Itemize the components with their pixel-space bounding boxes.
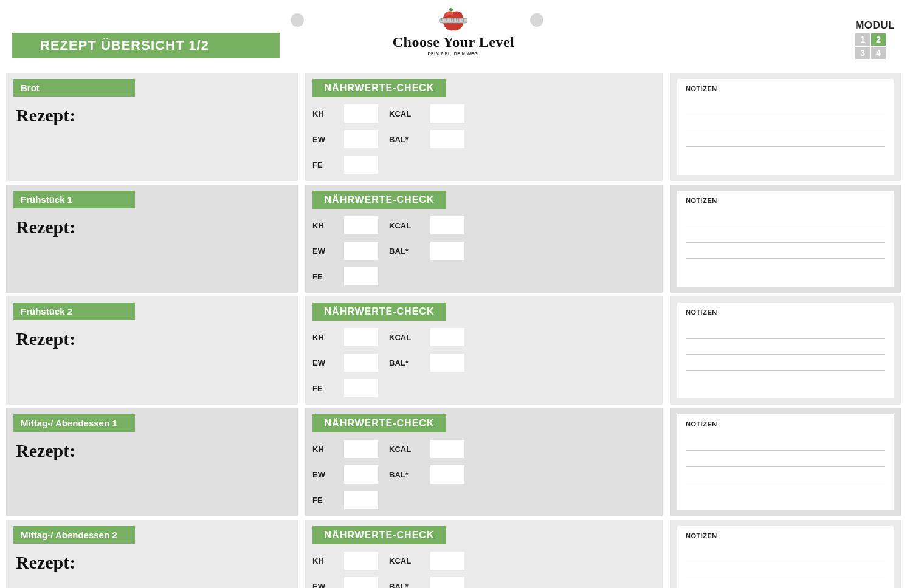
- nutrition-check-tag: NÄHRWERTE-CHECK: [312, 303, 446, 321]
- modul-cell-2: 2: [871, 33, 886, 46]
- meal-tag: Frühstück 2: [13, 303, 135, 320]
- rezept-label: Rezept:: [16, 329, 291, 349]
- ew-label: EW: [312, 582, 333, 589]
- notes-line: [686, 243, 885, 259]
- kcal-input[interactable]: [430, 440, 464, 458]
- meal-row: Frühstück 2Rezept:NÄHRWERTE-CHECKKHKCALE…: [6, 296, 901, 405]
- meal-tag: Frühstück 1: [13, 191, 135, 208]
- fe-input[interactable]: [344, 267, 378, 285]
- kh-label: KH: [312, 109, 333, 118]
- notes-column: NOTIZEN: [670, 73, 901, 181]
- notes-line: [686, 547, 885, 562]
- nutrition-column: NÄHRWERTE-CHECKKHKCALEWBAL*FE: [305, 73, 663, 181]
- svg-rect-0: [440, 18, 467, 23]
- meal-tag: Mittag-/ Abendessen 2: [13, 526, 135, 544]
- kcal-input[interactable]: [430, 328, 464, 346]
- kh-input[interactable]: [344, 216, 378, 234]
- nutrition-column: NÄHRWERTE-CHECKKHKCALEWBAL*FE: [305, 296, 663, 405]
- bal-label: BAL*: [389, 135, 419, 144]
- recipe-column: Mittag-/ Abendessen 1Rezept:: [6, 408, 298, 516]
- notes-line: [686, 115, 885, 131]
- bal-label: BAL*: [389, 358, 419, 368]
- notes-line: [686, 451, 885, 467]
- apple-tape-icon: [437, 6, 470, 33]
- kcal-input[interactable]: [430, 104, 464, 123]
- kh-label: KH: [312, 221, 333, 230]
- recipe-column: Mittag-/ Abendessen 2Rezept:: [6, 520, 298, 588]
- fe-input[interactable]: [344, 156, 378, 174]
- brand-name: Choose Your Level: [393, 34, 515, 50]
- fe-label: FE: [312, 160, 333, 169]
- kcal-input[interactable]: [430, 216, 464, 234]
- meal-row: Mittag-/ Abendessen 1Rezept:NÄHRWERTE-CH…: [6, 408, 901, 516]
- notes-box[interactable]: NOTIZEN: [677, 526, 894, 588]
- notes-box[interactable]: NOTIZEN: [677, 414, 894, 510]
- notes-label: NOTIZEN: [686, 197, 885, 204]
- nutrition-column: NÄHRWERTE-CHECKKHKCALEWBAL*FE: [305, 520, 663, 588]
- bal-input[interactable]: [430, 130, 464, 148]
- notes-line: [686, 323, 885, 339]
- kh-label: KH: [312, 333, 333, 342]
- kh-input[interactable]: [344, 104, 378, 123]
- notes-label: NOTIZEN: [686, 532, 885, 539]
- fe-input[interactable]: [344, 379, 378, 397]
- modul-label: MODUL: [855, 19, 895, 32]
- kcal-label: KCAL: [389, 333, 419, 342]
- notes-line: [686, 578, 885, 588]
- notes-column: NOTIZEN: [670, 408, 901, 516]
- notes-box[interactable]: NOTIZEN: [677, 303, 894, 398]
- nutrition-grid: KHKCALEWBAL*FE: [312, 215, 655, 287]
- notes-column: NOTIZEN: [670, 520, 901, 588]
- fe-input[interactable]: [344, 491, 378, 509]
- modul-cell-1: 1: [855, 33, 870, 46]
- modul-cell-3: 3: [855, 47, 870, 59]
- nutrition-column: NÄHRWERTE-CHECKKHKCALEWBAL*FE: [305, 408, 663, 516]
- bal-input[interactable]: [430, 242, 464, 260]
- bal-label: BAL*: [389, 247, 419, 256]
- notes-line: [686, 355, 885, 371]
- notes-line: [686, 100, 885, 115]
- fe-label: FE: [312, 384, 333, 393]
- ew-input[interactable]: [344, 465, 378, 484]
- meal-tag: Mittag-/ Abendessen 1: [13, 414, 135, 432]
- kcal-input[interactable]: [430, 552, 464, 570]
- kcal-label: KCAL: [389, 221, 419, 230]
- kh-input[interactable]: [344, 552, 378, 570]
- notes-box[interactable]: NOTIZEN: [677, 79, 894, 175]
- notes-line: [686, 211, 885, 227]
- ew-input[interactable]: [344, 354, 378, 372]
- notes-line: [686, 435, 885, 451]
- meal-tag: Brot: [13, 79, 135, 97]
- notes-line: [686, 339, 885, 355]
- brand-logo: Choose Your Level DEIN ZIEL. DEIN WEG.: [393, 6, 515, 56]
- bal-input[interactable]: [430, 465, 464, 484]
- rezept-label: Rezept:: [16, 105, 291, 126]
- notes-line: [686, 131, 885, 147]
- nutrition-grid: KHKCALEWBAL*FE: [312, 550, 655, 588]
- ew-input[interactable]: [344, 130, 378, 148]
- notes-box[interactable]: NOTIZEN: [677, 191, 894, 287]
- ew-input[interactable]: [344, 242, 378, 260]
- ew-label: EW: [312, 247, 333, 256]
- ew-input[interactable]: [344, 577, 378, 588]
- kh-input[interactable]: [344, 328, 378, 346]
- brand-tagline: DEIN ZIEL. DEIN WEG.: [393, 52, 515, 56]
- notes-label: NOTIZEN: [686, 309, 885, 316]
- kh-label: KH: [312, 556, 333, 566]
- binder-hole-icon: [291, 13, 304, 27]
- bal-label: BAL*: [389, 582, 419, 589]
- notes-line: [686, 227, 885, 243]
- recipe-column: BrotRezept:: [6, 73, 298, 181]
- kh-input[interactable]: [344, 440, 378, 458]
- ew-label: EW: [312, 358, 333, 368]
- notes-column: NOTIZEN: [670, 296, 901, 405]
- kh-label: KH: [312, 445, 333, 454]
- page-title: REZEPT ÜBERSICHT 1/2: [12, 33, 280, 58]
- notes-line: [686, 467, 885, 482]
- meal-row: BrotRezept:NÄHRWERTE-CHECKKHKCALEWBAL*FE…: [6, 73, 901, 181]
- modul-grid: 1234: [855, 33, 895, 59]
- bal-input[interactable]: [430, 354, 464, 372]
- notes-column: NOTIZEN: [670, 185, 901, 293]
- bal-input[interactable]: [430, 577, 464, 588]
- kcal-label: KCAL: [389, 445, 419, 454]
